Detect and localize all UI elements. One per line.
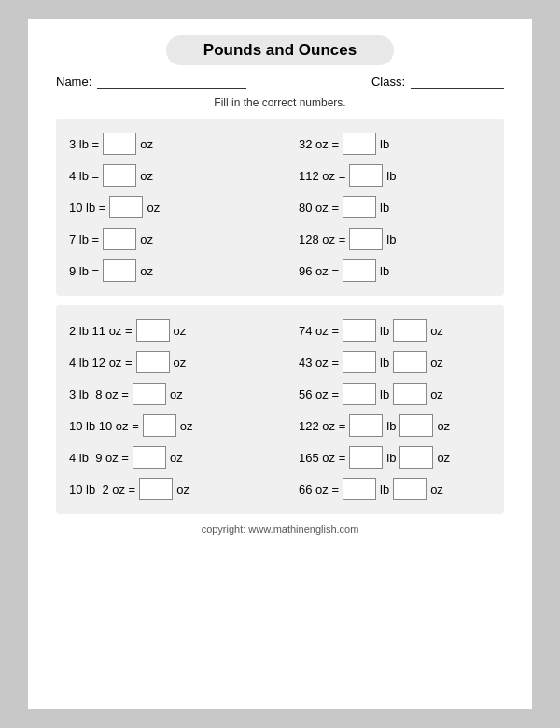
worksheet-page: Pounds and Ounces Name: Class: Fill in t… — [28, 19, 532, 709]
problem-text: 122 oz = — [299, 419, 345, 433]
problem-text: 2 lb 11 oz = — [69, 324, 133, 338]
unit-label: oz — [174, 356, 187, 370]
unit-label: lb — [386, 232, 396, 246]
answer-box[interactable] — [103, 164, 136, 187]
problem-text: 74 oz = — [299, 324, 339, 338]
problem-row: 7 lb = oz — [69, 223, 280, 255]
answer-box[interactable] — [133, 383, 166, 405]
answer-box[interactable] — [399, 414, 433, 437]
problem-text: 66 oz = — [299, 483, 339, 497]
answer-box[interactable] — [393, 383, 427, 405]
problem-row: 4 lb 12 oz = oz — [69, 346, 280, 378]
answer-box[interactable] — [393, 351, 427, 373]
problem-text: 3 lb = — [69, 137, 99, 151]
answer-box[interactable] — [343, 383, 376, 405]
unit-label: oz — [170, 451, 183, 465]
class-underline[interactable] — [411, 76, 504, 89]
problem-text: 56 oz = — [299, 387, 339, 401]
unit-label: oz — [430, 483, 443, 497]
answer-box[interactable] — [399, 446, 433, 469]
name-class-row: Name: Class: — [56, 75, 504, 89]
unit-label: lb — [380, 201, 389, 215]
problem-text: 10 lb 2 oz = — [69, 483, 135, 497]
problem-text: 9 lb = — [69, 264, 99, 278]
problem-row: 74 oz = lb oz — [280, 315, 491, 346]
unit-label: oz — [170, 387, 183, 401]
answer-box[interactable] — [343, 196, 376, 218]
answer-box[interactable] — [139, 478, 173, 500]
problem-row: 128 oz = lb — [280, 223, 491, 255]
section-1-left: 3 lb = oz 4 lb = oz 10 lb = — [69, 128, 280, 287]
section-2-right: 74 oz = lb oz 43 oz = lb — [280, 315, 491, 505]
problem-text: 4 lb = — [69, 169, 99, 183]
problem-text: 43 oz = — [299, 356, 339, 370]
section-1: 3 lb = oz 4 lb = oz 10 lb = — [56, 119, 504, 296]
problem-text: 10 lb 10 oz = — [69, 419, 139, 433]
problem-row: 32 oz = lb — [280, 128, 491, 160]
problem-row: 10 lb 2 oz = oz — [69, 473, 280, 505]
unit-label: oz — [176, 483, 189, 497]
answer-box[interactable] — [393, 478, 427, 500]
answer-box[interactable] — [393, 319, 427, 342]
answer-box[interactable] — [343, 259, 376, 282]
answer-box[interactable] — [349, 446, 383, 469]
unit-label: lb — [380, 387, 389, 401]
unit-label: oz — [437, 451, 450, 465]
problem-text: 96 oz = — [299, 264, 339, 278]
problem-row: 43 oz = lb oz — [280, 346, 491, 378]
unit-label: oz — [437, 419, 450, 433]
answer-box[interactable] — [103, 133, 136, 155]
class-label: Class: — [371, 75, 405, 89]
unit-label: oz — [430, 356, 443, 370]
answer-box[interactable] — [133, 446, 166, 469]
unit-label: oz — [147, 201, 160, 215]
section-2: 2 lb 11 oz = oz 4 lb 12 oz = oz 3 lb 8 o… — [56, 305, 504, 514]
problem-text: 80 oz = — [299, 201, 339, 215]
problem-row: 56 oz = lb oz — [280, 378, 491, 410]
problem-row: 9 lb = oz — [69, 255, 280, 287]
unit-label: lb — [380, 356, 389, 370]
unit-label: lb — [386, 169, 396, 183]
problem-text: 112 oz = — [299, 169, 345, 183]
unit-label: lb — [386, 419, 396, 433]
unit-label: lb — [380, 324, 389, 338]
answer-box[interactable] — [343, 133, 376, 155]
problem-text: 4 lb 9 oz = — [69, 451, 129, 465]
answer-box[interactable] — [343, 319, 376, 342]
answer-box[interactable] — [143, 414, 176, 437]
unit-label: lb — [380, 137, 389, 151]
answer-box[interactable] — [343, 351, 376, 373]
problem-text: 165 oz = — [299, 451, 345, 465]
answer-box[interactable] — [103, 259, 136, 282]
answer-box[interactable] — [136, 319, 170, 342]
unit-label: oz — [174, 324, 187, 338]
name-underline[interactable] — [97, 76, 246, 89]
answer-box[interactable] — [343, 478, 376, 500]
unit-label: lb — [386, 451, 396, 465]
class-field-group: Class: — [371, 75, 504, 89]
answer-box[interactable] — [349, 164, 383, 187]
section-1-right: 32 oz = lb 112 oz = lb 80 oz = — [280, 128, 491, 287]
problem-row: 3 lb 8 oz = oz — [69, 378, 280, 410]
unit-label: lb — [380, 483, 389, 497]
problem-row: 2 lb 11 oz = oz — [69, 315, 280, 346]
answer-box[interactable] — [349, 228, 383, 250]
unit-label: oz — [180, 419, 193, 433]
problem-row: 80 oz = lb — [280, 191, 491, 223]
problem-row: 66 oz = lb oz — [280, 473, 491, 505]
title-section: Pounds and Ounces — [56, 35, 504, 65]
problem-text: 4 lb 12 oz = — [69, 356, 133, 370]
section-1-grid: 3 lb = oz 4 lb = oz 10 lb = — [69, 128, 491, 287]
problem-row: 10 lb 10 oz = oz — [69, 410, 280, 441]
answer-box[interactable] — [349, 414, 383, 437]
answer-box[interactable] — [136, 351, 170, 373]
unit-label: oz — [140, 169, 153, 183]
answer-box[interactable] — [103, 228, 136, 250]
problem-text: 3 lb 8 oz = — [69, 387, 129, 401]
problem-text: 7 lb = — [69, 232, 99, 246]
answer-box[interactable] — [109, 196, 143, 218]
unit-label: oz — [430, 387, 443, 401]
unit-label: oz — [430, 324, 443, 338]
problem-text: 32 oz = — [299, 137, 339, 151]
problem-row: 4 lb = oz — [69, 160, 280, 191]
